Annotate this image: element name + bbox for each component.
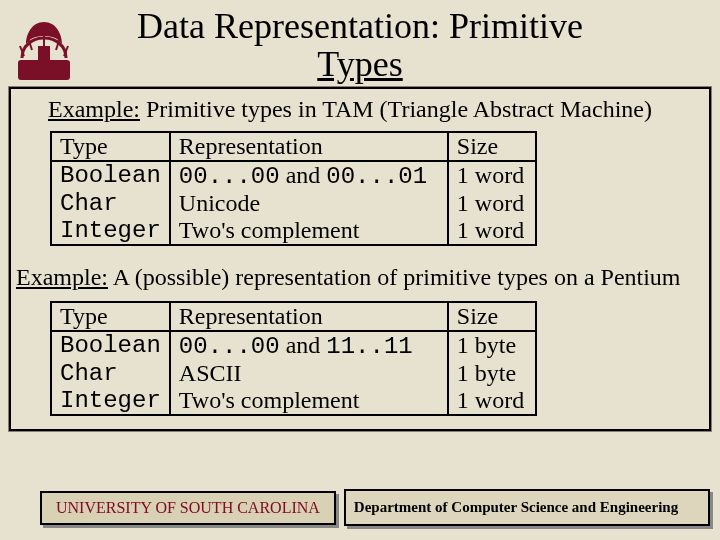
cell-repr: 00...00 and 11..11: [170, 331, 448, 360]
cell-repr: Two's complement: [170, 387, 448, 415]
cell-size: 1 byte: [448, 331, 536, 360]
cell-size: 1 word: [448, 217, 536, 245]
example1-line: Example: Primitive types in TAM (Triangl…: [48, 96, 704, 123]
example1-label: Example:: [48, 96, 140, 122]
cell-repr: 00...00 and 00...01: [170, 161, 448, 190]
cell-type: Char: [51, 190, 170, 217]
example1-text: Primitive types in TAM (Triangle Abstrac…: [140, 96, 652, 122]
th-repr: Representation: [170, 302, 448, 331]
cell-type: Char: [51, 360, 170, 387]
table-row: Integer Two's complement 1 word: [51, 217, 536, 245]
svg-rect-1: [38, 46, 50, 60]
cell-repr: Two's complement: [170, 217, 448, 245]
table-row: Boolean 00...00 and 11..11 1 byte: [51, 331, 536, 360]
th-type: Type: [51, 132, 170, 161]
svg-rect-0: [18, 60, 70, 80]
cell-type: Integer: [51, 387, 170, 415]
footer-university: UNIVERSITY OF SOUTH CAROLINA: [40, 491, 336, 525]
usc-logo-icon: [12, 16, 76, 86]
example2-line: Example: A (possible) representation of …: [16, 264, 704, 291]
cell-type: Boolean: [51, 331, 170, 360]
cell-size: 1 word: [448, 190, 536, 217]
cell-repr: Unicode: [170, 190, 448, 217]
footer: UNIVERSITY OF SOUTH CAROLINA Department …: [0, 489, 720, 526]
table-row: Type Representation Size: [51, 132, 536, 161]
cell-size: 1 word: [448, 387, 536, 415]
cell-type: Integer: [51, 217, 170, 245]
content-area: Example: Primitive types in TAM (Triangl…: [8, 86, 712, 432]
example2-text: A (possible) representation of primitive…: [108, 264, 681, 290]
table-row: Char ASCII 1 byte: [51, 360, 536, 387]
title-line1: Data Representation: Primitive: [137, 6, 583, 46]
table-tam: Type Representation Size Boolean 00...00…: [50, 131, 537, 246]
table-row: Type Representation Size: [51, 302, 536, 331]
cell-repr: ASCII: [170, 360, 448, 387]
footer-department: Department of Computer Science and Engin…: [344, 489, 710, 526]
table-row: Integer Two's complement 1 word: [51, 387, 536, 415]
title-line2: Types: [317, 44, 402, 84]
table-row: Char Unicode 1 word: [51, 190, 536, 217]
table-row: Boolean 00...00 and 00...01 1 word: [51, 161, 536, 190]
th-size: Size: [448, 132, 536, 161]
cell-size: 1 word: [448, 161, 536, 190]
th-repr: Representation: [170, 132, 448, 161]
cell-type: Boolean: [51, 161, 170, 190]
slide-title: Data Representation: Primitive Types: [40, 8, 680, 84]
example2-label: Example:: [16, 264, 108, 290]
cell-size: 1 byte: [448, 360, 536, 387]
th-size: Size: [448, 302, 536, 331]
th-type: Type: [51, 302, 170, 331]
table-pentium: Type Representation Size Boolean 00...00…: [50, 301, 537, 416]
